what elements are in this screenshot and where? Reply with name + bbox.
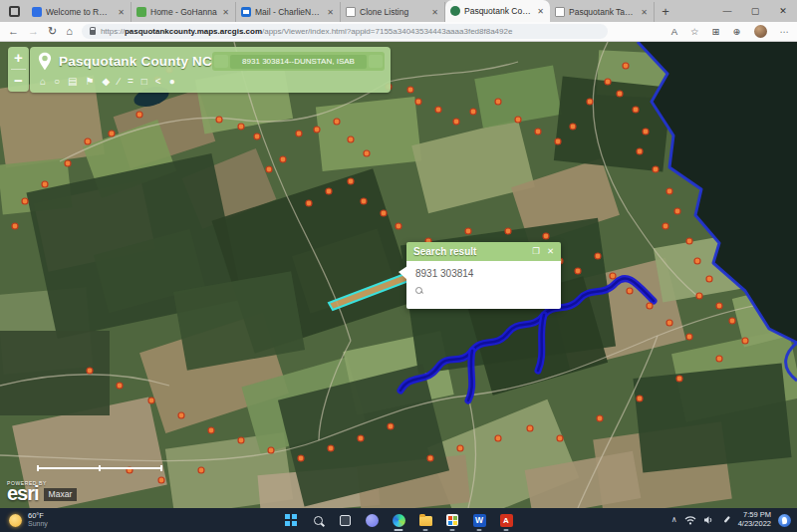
map-marker[interactable] — [666, 188, 672, 194]
tray-chevron-icon[interactable]: ∧ — [671, 516, 677, 524]
map-marker[interactable] — [266, 166, 272, 172]
taskbar-search-button[interactable] — [311, 513, 325, 527]
map-marker[interactable] — [314, 127, 320, 133]
map-marker[interactable] — [470, 109, 476, 115]
map-marker[interactable] — [597, 415, 603, 421]
map-marker[interactable] — [453, 119, 459, 125]
more-icon[interactable]: ⋯ — [780, 26, 790, 37]
map-marker[interactable] — [686, 238, 692, 244]
map-marker[interactable] — [465, 228, 471, 234]
map-marker[interactable] — [647, 303, 653, 309]
read-aloud-icon[interactable]: A — [671, 26, 677, 37]
task-view-button[interactable] — [338, 513, 352, 527]
map-marker[interactable] — [676, 376, 682, 382]
map-marker[interactable] — [280, 156, 286, 162]
map-marker[interactable] — [348, 178, 354, 184]
map-marker[interactable] — [136, 112, 142, 118]
map-marker[interactable] — [663, 223, 668, 229]
share-icon[interactable]: < — [155, 77, 161, 87]
notification-icon[interactable] — [778, 514, 791, 527]
map-marker[interactable] — [254, 133, 260, 139]
map-marker[interactable] — [427, 455, 433, 461]
map-marker[interactable] — [148, 398, 154, 403]
map-marker[interactable] — [716, 356, 722, 362]
map-marker[interactable] — [587, 99, 593, 105]
map-marker[interactable] — [515, 117, 521, 123]
map-marker[interactable] — [694, 258, 700, 264]
map-marker[interactable] — [198, 467, 204, 473]
map-marker[interactable] — [268, 447, 274, 453]
map-marker[interactable] — [361, 198, 367, 204]
close-window-button[interactable]: ✕ — [769, 0, 797, 22]
tab-mail[interactable]: Mail - CharlieNewsome: ✕ — [236, 2, 341, 22]
lock-icon[interactable] — [90, 30, 96, 35]
home-button[interactable]: ⌂ — [66, 26, 73, 37]
close-tab-icon[interactable]: ✕ — [536, 7, 545, 16]
map-marker[interactable] — [208, 427, 214, 433]
map-marker[interactable] — [686, 334, 692, 340]
map-marker[interactable] — [396, 223, 401, 229]
layers-icon[interactable]: ▤ — [68, 77, 77, 87]
map-marker[interactable] — [388, 423, 394, 429]
url-field[interactable]: https://pasquotankcounty.maps.arcgis.com… — [82, 24, 608, 39]
map-marker[interactable] — [85, 138, 91, 144]
map-marker[interactable] — [65, 160, 71, 166]
map-marker[interactable] — [637, 148, 643, 154]
close-tab-icon[interactable]: ✕ — [640, 8, 649, 17]
map-marker[interactable] — [729, 318, 735, 324]
map-marker[interactable] — [381, 210, 387, 216]
map-marker[interactable] — [457, 445, 463, 451]
map-marker[interactable] — [12, 223, 18, 229]
map-marker[interactable] — [617, 91, 623, 97]
popup-header[interactable]: Search result ❐ ✕ — [406, 242, 561, 261]
map-marker[interactable] — [505, 228, 511, 234]
bookmark-icon[interactable]: ⚑ — [86, 77, 95, 87]
close-tab-icon[interactable]: ✕ — [117, 8, 126, 17]
zoom-in-button[interactable]: + — [8, 47, 29, 69]
refresh-button[interactable]: ↻ — [48, 26, 57, 37]
map-marker[interactable] — [643, 129, 649, 134]
print-icon[interactable]: □ — [141, 77, 147, 87]
search-submit[interactable] — [369, 55, 383, 68]
weather-widget[interactable]: 60°F Sunny — [0, 512, 48, 528]
map-marker[interactable] — [570, 124, 576, 130]
minimize-button[interactable]: — — [713, 0, 741, 22]
profile-avatar[interactable] — [754, 25, 767, 38]
map-marker[interactable] — [334, 119, 340, 125]
map-marker[interactable] — [358, 435, 364, 441]
map-marker[interactable] — [495, 99, 501, 105]
pen-icon[interactable] — [721, 515, 731, 525]
map-marker[interactable] — [742, 338, 748, 344]
map-marker[interactable] — [716, 303, 722, 309]
taskbar-clock[interactable]: 7:59 PM 4/23/2022 — [738, 511, 771, 528]
map-marker[interactable] — [595, 253, 601, 259]
home-icon[interactable]: ⌂ — [40, 77, 46, 87]
map-marker[interactable] — [238, 437, 244, 443]
map-marker[interactable] — [364, 150, 370, 156]
map-marker[interactable] — [117, 383, 123, 389]
map-marker[interactable] — [415, 99, 421, 105]
esri-logo[interactable]: esri — [7, 486, 39, 501]
map-marker[interactable] — [296, 131, 302, 136]
close-tab-icon[interactable]: ✕ — [430, 8, 439, 17]
word-button[interactable]: W — [472, 513, 486, 527]
map-marker[interactable] — [238, 124, 244, 130]
start-button[interactable] — [284, 513, 298, 527]
map-marker[interactable] — [543, 233, 549, 239]
map-marker[interactable] — [22, 198, 28, 204]
favorites-icon[interactable]: ☆ — [690, 26, 699, 37]
add-icon[interactable]: ⊕ — [733, 26, 741, 37]
zoom-to-icon[interactable] — [415, 287, 423, 295]
chat-button[interactable] — [365, 513, 379, 527]
map-marker[interactable] — [178, 412, 184, 418]
tab-home-gohanna[interactable]: Home - GoHanna ✕ — [132, 2, 236, 22]
tab-clone-listing[interactable]: Clone Listing ✕ — [341, 2, 445, 22]
map-marker[interactable] — [495, 435, 501, 441]
tab-pasquotank-county[interactable]: Pasquotank County NC ✕ — [445, 0, 550, 22]
map-marker[interactable] — [435, 107, 441, 113]
map-marker[interactable] — [42, 181, 48, 187]
map-marker[interactable] — [575, 268, 581, 274]
acrobat-button[interactable]: A — [499, 513, 513, 527]
map-marker[interactable] — [557, 435, 563, 441]
map-marker[interactable] — [109, 131, 115, 136]
